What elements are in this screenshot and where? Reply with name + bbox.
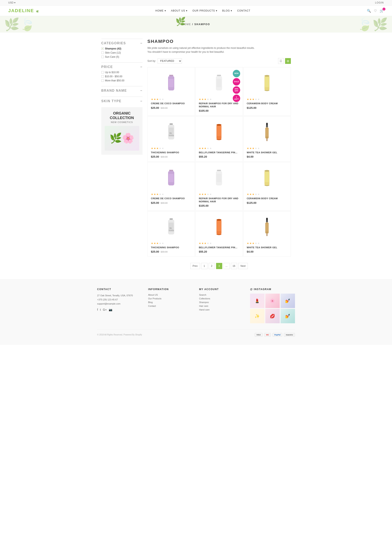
logo[interactable]: JADELINE 🌿 <box>8 8 39 13</box>
star-icon: ★ <box>257 193 260 196</box>
footer-link-haircare[interactable]: Hair care <box>199 305 244 307</box>
product-pricing: $105.00 <box>199 109 239 112</box>
price-checkbox-2[interactable] <box>101 75 104 78</box>
footer-link-contact[interactable]: Contact <box>148 305 193 307</box>
nav-about[interactable]: ABOUT US ▾ <box>171 9 187 12</box>
category-checkbox-skincare[interactable] <box>101 52 104 54</box>
star-icon: ★ <box>210 147 212 150</box>
product-old-price: $30.00 <box>161 202 168 204</box>
pagination-1[interactable]: 1 <box>201 263 207 269</box>
currency-label: USD <box>8 1 13 4</box>
twitter-icon[interactable]: t <box>100 308 101 311</box>
product-card[interactable]: NEWSALE20%OFF1LEFT ★★★★★ REPAIR SHAMPOO … <box>195 67 243 116</box>
instagram-thumb-4[interactable]: ✨ <box>250 309 264 323</box>
product-name: BELLFLOWER TANGERINE PIN... <box>199 151 239 154</box>
product-card[interactable]: ★★★★★ WHITE TEA SHOWER GEL $4.00 <box>243 211 291 257</box>
category-shampoo[interactable]: ✓ Shampoo (42) <box>101 47 142 50</box>
product-card[interactable]: Benending ★★★★★ THICKENING SHAMPOO $25.0… <box>148 211 195 257</box>
svg-point-9 <box>264 75 270 77</box>
category-skincare[interactable]: Skin Care (12) <box>101 51 142 54</box>
product-card[interactable]: ★★★★★ REPAIR SHAMPOO FOR DRY AND NORMAL … <box>195 162 243 211</box>
star-icon: ★ <box>162 147 164 150</box>
star-icon: ★ <box>159 242 161 245</box>
product-card[interactable]: ★★★★★ CREME DE COCO SHAMPOO $25.00 $30.0… <box>148 162 195 211</box>
price-up-to-10[interactable]: Up to $10.00 <box>101 71 142 74</box>
sidebar-ad[interactable]: ORGANICCOLLECTION NEW COSMETICS 🌿🌸 <box>101 107 142 155</box>
price-10-50[interactable]: $10.00 - $50.00 <box>101 75 142 78</box>
logo-leaf-icon: 🌿 <box>36 10 39 13</box>
star-icon: ★ <box>154 242 156 245</box>
pagination-2[interactable]: 2 <box>209 263 215 269</box>
currency-selector[interactable]: USD ▾ <box>8 1 15 4</box>
brand-title[interactable]: BRAND NAME − <box>101 89 142 92</box>
product-card[interactable]: ★★★★★ CREME DE COCO SHAMPOO $25.00 $30.0… <box>148 67 195 116</box>
wishlist-icon[interactable]: ♡ <box>374 9 377 13</box>
cart-icon[interactable]: 🛒 1 <box>380 9 384 13</box>
page-description: We pride ourselves on using natural yet … <box>148 46 291 54</box>
star-icon: ★ <box>204 147 206 150</box>
search-icon[interactable]: 🔍 <box>367 9 371 13</box>
category-checkbox-suncare[interactable] <box>101 56 104 58</box>
sort-select[interactable]: FEATURED <box>158 58 182 64</box>
instagram-thumb-5[interactable]: 💋 <box>265 309 280 323</box>
skin-type-title[interactable]: SKIN TYPE − <box>101 99 142 103</box>
instagram-thumb-6[interactable]: 💅 <box>281 309 295 323</box>
category-checkbox-shampoo[interactable]: ✓ <box>101 47 104 50</box>
nav-blog[interactable]: BLOG ▾ <box>222 9 232 12</box>
breadcrumb-separator: / <box>192 23 194 26</box>
price-checkbox-3[interactable] <box>101 79 104 82</box>
googleplus-icon[interactable]: G+ <box>103 308 107 311</box>
product-price: $4.00 <box>247 155 254 158</box>
nav-contact[interactable]: CONTACT <box>237 9 251 12</box>
product-card[interactable]: Benending ★★★★★ THICKENING SHAMPOO $25.0… <box>148 116 195 162</box>
pagination-16[interactable]: 16 <box>231 263 237 269</box>
instagram-thumb-2[interactable]: 🌸 <box>265 294 280 308</box>
facebook-icon[interactable]: f <box>97 308 98 311</box>
product-card[interactable]: ★★★★★ CERAMIDIN BODY CREAM $125.00 <box>243 162 291 211</box>
instagram-icon[interactable]: 📷 <box>109 308 112 311</box>
star-icon: ★ <box>252 193 254 196</box>
product-price: $25.00 <box>151 201 159 204</box>
star-icon: ★ <box>252 242 254 245</box>
categories-title[interactable]: CATEGORIES − <box>101 41 142 45</box>
price-checkbox-1[interactable] <box>101 71 104 74</box>
footer-link-products[interactable]: Our Products <box>148 297 193 300</box>
footer-link-about[interactable]: About US <box>148 294 193 296</box>
instagram-thumb-3[interactable]: 💅 <box>281 294 295 308</box>
product-name: WHITE TEA SHOWER GEL <box>247 151 287 154</box>
list-view-icon[interactable]: ☰ <box>278 58 284 64</box>
price-title[interactable]: PRICE − <box>101 65 142 69</box>
product-image <box>247 120 287 144</box>
product-card[interactable]: ★★★★★ WHITE TEA SHOWER GEL $4.00 <box>243 116 291 162</box>
product-card[interactable]: ★★★★★ BELLFLOWER TANGERINE PIN... $55.20 <box>195 116 243 162</box>
login-button[interactable]: LOGIN <box>375 1 384 4</box>
pagination-prev[interactable]: Prev <box>190 263 200 269</box>
footer-link-handcare[interactable]: Hand care <box>199 308 244 311</box>
breadcrumb-home[interactable]: HOME <box>182 23 191 26</box>
product-badges: NEWSALE20%OFF1LEFT <box>233 70 240 102</box>
footer-link-shampoo[interactable]: Shampoo <box>199 301 244 304</box>
star-icon: ★ <box>250 147 252 150</box>
nav-home[interactable]: HOME ▾ <box>155 9 166 12</box>
product-card[interactable]: ★★★★★ CERAMIDIN BODY CREAM $125.00 <box>243 67 291 116</box>
category-suncare[interactable]: Sun Care (5) <box>101 55 142 58</box>
footer-link-blog[interactable]: Blog <box>148 301 193 304</box>
instagram-thumb-1[interactable]: 💄 <box>250 294 264 308</box>
nav-products[interactable]: OUR PRODUCTS ▾ <box>193 9 217 12</box>
brand-section: BRAND NAME − <box>101 86 142 92</box>
pagination-3[interactable]: 3 <box>216 263 222 269</box>
price-over-50[interactable]: More than $50.00 <box>101 79 142 82</box>
copyright: © 2018 All Rights Reserved. Powered By S… <box>97 334 142 336</box>
star-icon: ★ <box>255 147 257 150</box>
star-icon: ★ <box>159 193 161 196</box>
product-card[interactable]: ★★★★★ BELLFLOWER TANGERINE PIN... $55.20 <box>195 211 243 257</box>
grid-view-icon[interactable]: ⊞ <box>285 58 291 64</box>
footer-link-search[interactable]: Search <box>199 294 244 296</box>
product-pricing: $25.00 $30.00 <box>151 201 192 204</box>
pagination-next[interactable]: Next <box>238 263 248 269</box>
product-image <box>247 166 287 190</box>
product-price: $4.00 <box>247 250 254 253</box>
product-pricing: $25.00 $30.00 <box>151 155 192 158</box>
footer-link-collections[interactable]: Collections <box>199 297 244 300</box>
payment-icons: VISA MC PayPal maestro <box>255 333 295 337</box>
